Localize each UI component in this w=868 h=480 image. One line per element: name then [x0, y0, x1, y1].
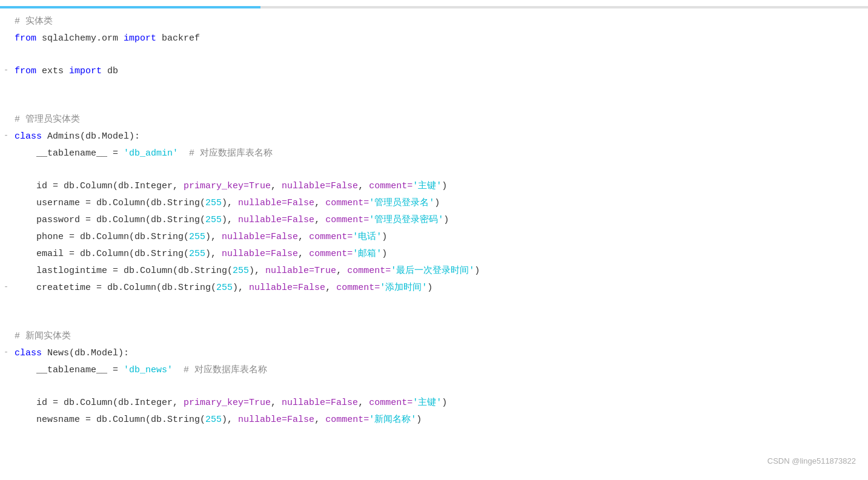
fold-icon-12[interactable] — [0, 195, 12, 197]
code-line-23 — [0, 379, 868, 395]
code-line-5 — [0, 80, 868, 96]
code-line-9: __tablename__ = 'db_admin' # 对应数据库表名称 — [0, 145, 868, 162]
line-content-11: id = db.Column(db.Integer, primary_key=T… — [12, 178, 868, 195]
fold-icon-10[interactable] — [0, 162, 12, 165]
code-line-18 — [0, 297, 868, 312]
line-content-4: from exts import db — [12, 63, 868, 80]
line-content-14: phone = db.Column(db.String(255), nullab… — [12, 229, 868, 246]
line-content-18 — [12, 297, 868, 314]
fold-icon-8[interactable]: ⁃ — [0, 128, 12, 142]
line-content-19 — [12, 312, 868, 329]
fold-icon-21[interactable]: ⁃ — [0, 345, 12, 359]
line-content-12: username = db.Column(db.String(255), nul… — [12, 195, 868, 212]
code-line-12: username = db.Column(db.String(255), nul… — [0, 195, 868, 212]
code-line-8: ⁃ class Admins(db.Model): — [0, 128, 868, 145]
code-line-19 — [0, 312, 868, 328]
line-content-22: __tablename__ = 'db_news' # 对应数据库表名称 — [12, 362, 868, 379]
line-content-25: newsname = db.Column(db.String(255), nul… — [12, 412, 868, 429]
line-content-20: # 新闻实体类 — [12, 328, 868, 345]
code-editor: # 实体类 from sqlalchemy.orm import backref… — [0, 0, 868, 480]
code-line-20: # 新闻实体类 — [0, 328, 868, 345]
line-content-23 — [12, 379, 868, 396]
line-content-5 — [12, 80, 868, 97]
fold-icon-24[interactable] — [0, 395, 12, 397]
code-line-1: # 实体类 — [0, 13, 868, 30]
fold-icon-6[interactable] — [0, 96, 12, 98]
code-line-16: lastlogintime = db.Column(db.String(255)… — [0, 263, 868, 280]
code-line-13: password = db.Column(db.String(255), nul… — [0, 212, 868, 229]
code-line-21: ⁃ class News(db.Model): — [0, 345, 868, 362]
fold-icon-5[interactable] — [0, 80, 12, 82]
watermark: CSDN @linge511873822 — [767, 455, 856, 468]
code-line-17: ⁃ createtime = db.Column(db.String(255),… — [0, 280, 868, 297]
progress-bar — [0, 6, 868, 8]
code-line-10 — [0, 162, 868, 178]
line-content-2: from sqlalchemy.orm import backref — [12, 30, 868, 47]
fold-icon-25[interactable] — [0, 412, 12, 414]
line-content-13: password = db.Column(db.String(255), nul… — [12, 212, 868, 229]
fold-icon-9[interactable] — [0, 145, 12, 148]
line-content-6 — [12, 96, 868, 113]
code-line-7: # 管理员实体类 — [0, 111, 868, 128]
fold-icon-22[interactable] — [0, 362, 12, 364]
line-content-15: email = db.Column(db.String(255), nullab… — [12, 246, 868, 263]
code-line-3 — [0, 47, 868, 63]
code-line-4: ⁃ from exts import db — [0, 63, 868, 80]
code-line-2: from sqlalchemy.orm import backref — [0, 30, 868, 47]
code-line-6 — [0, 96, 868, 111]
fold-icon-7[interactable] — [0, 111, 12, 114]
line-content-10 — [12, 162, 868, 179]
code-line-25: newsname = db.Column(db.String(255), nul… — [0, 412, 868, 429]
fold-icon-20[interactable] — [0, 328, 12, 330]
fold-icon-1[interactable] — [0, 13, 12, 16]
line-content-8: class Admins(db.Model): — [12, 128, 868, 145]
fold-icon-17[interactable]: ⁃ — [0, 280, 12, 294]
fold-icon-14[interactable] — [0, 229, 12, 231]
line-content-21: class News(db.Model): — [12, 345, 868, 362]
fold-icon-3[interactable] — [0, 47, 12, 50]
code-line-15: email = db.Column(db.String(255), nullab… — [0, 246, 868, 263]
code-line-22: __tablename__ = 'db_news' # 对应数据库表名称 — [0, 362, 868, 379]
fold-icon-4[interactable]: ⁃ — [0, 63, 12, 77]
code-line-24: id = db.Column(db.Integer, primary_key=T… — [0, 395, 868, 412]
fold-icon-11[interactable] — [0, 178, 12, 180]
fold-icon-19[interactable] — [0, 312, 12, 315]
line-content-24: id = db.Column(db.Integer, primary_key=T… — [12, 395, 868, 412]
line-content-9: __tablename__ = 'db_admin' # 对应数据库表名称 — [12, 145, 868, 162]
fold-icon-23[interactable] — [0, 379, 12, 381]
line-content-3 — [12, 47, 868, 64]
fold-icon-15[interactable] — [0, 246, 12, 248]
line-content-17: createtime = db.Column(db.String(255), n… — [12, 280, 868, 297]
line-content-1: # 实体类 — [12, 13, 868, 30]
fold-icon-2[interactable] — [0, 30, 12, 33]
fold-icon-13[interactable] — [0, 212, 12, 214]
line-content-7: # 管理员实体类 — [12, 111, 868, 128]
fold-icon-18[interactable] — [0, 297, 12, 299]
code-line-11: id = db.Column(db.Integer, primary_key=T… — [0, 178, 868, 195]
code-line-14: phone = db.Column(db.String(255), nullab… — [0, 229, 868, 246]
line-content-16: lastlogintime = db.Column(db.String(255)… — [12, 263, 868, 280]
fold-icon-16[interactable] — [0, 263, 12, 265]
